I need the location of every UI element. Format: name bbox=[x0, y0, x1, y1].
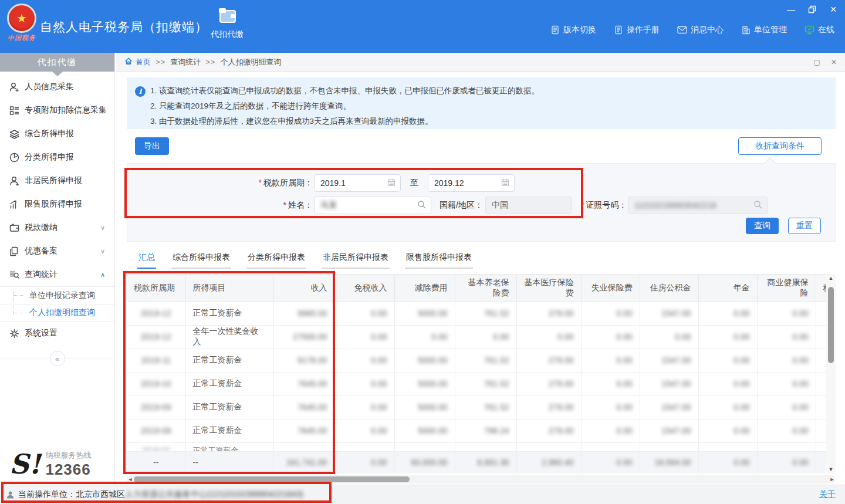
period-label-text: 税款所属期： bbox=[263, 178, 313, 187]
sidebar-item-tax-payment[interactable]: 税款缴纳 ∨ bbox=[0, 216, 114, 239]
table-cell: 2019-12 bbox=[127, 302, 185, 325]
manual-button[interactable]: 操作手册 bbox=[614, 25, 660, 35]
tab-nonresident-income[interactable]: 非居民所得申报表 bbox=[322, 252, 390, 269]
export-button[interactable]: 导出 bbox=[135, 137, 169, 155]
table-cell: 9178.00 bbox=[273, 349, 334, 372]
tab-restricted-shares[interactable]: 限售股所得申报表 bbox=[405, 252, 473, 269]
version-switch-button[interactable]: 版本切换 bbox=[550, 25, 596, 35]
about-link[interactable]: 关于 bbox=[819, 489, 836, 500]
copy-icon bbox=[8, 245, 20, 257]
table-cell: 0.00 bbox=[757, 395, 816, 419]
table-cell: 161,741.00 bbox=[273, 451, 334, 473]
table-cell: 761.52 bbox=[455, 395, 516, 419]
table-header-row: 税款所属期所得项目收入免税收入减除费用基本养老保险费基本医疗保险费失业保险费住房… bbox=[127, 275, 826, 302]
document-icon bbox=[550, 25, 560, 35]
table-cell: 0.00 bbox=[698, 395, 757, 419]
document-icon bbox=[614, 25, 623, 35]
tab-comprehensive-income[interactable]: 综合所得申报表 bbox=[171, 252, 231, 269]
scroll-down-arrow[interactable]: ▼ bbox=[826, 465, 836, 473]
table-cell bbox=[581, 442, 640, 451]
table-cell: 正常工资薪金 bbox=[185, 395, 273, 419]
nationality-label: 国籍/地区： bbox=[440, 200, 483, 211]
sidebar-item-special-deduction[interactable]: 专项附加扣除信息采集 bbox=[0, 99, 114, 122]
table-row: 2019-10正常工资薪金7645.000.005000.00761.52279… bbox=[127, 372, 826, 395]
table-cell: 0.00 bbox=[698, 325, 757, 349]
tab-classified-income[interactable]: 分类所得申报表 bbox=[246, 252, 306, 269]
table-cell: 0.00 bbox=[698, 302, 757, 325]
table-cell: 279.00 bbox=[516, 302, 581, 325]
table-cell: 2019-07 bbox=[127, 442, 185, 451]
name-input[interactable]: 马某 bbox=[314, 197, 431, 214]
breadcrumb-level2: 个人扣缴明细查询 bbox=[220, 57, 281, 67]
sidebar-item-query-statistics[interactable]: 查询统计 ∧ bbox=[0, 263, 114, 286]
page-maximize-icon[interactable]: ▢ bbox=[814, 58, 820, 66]
tab-summary[interactable]: 汇总 bbox=[137, 252, 156, 269]
sidebar-item-nonresident-income[interactable]: 非居民所得申报 bbox=[0, 169, 114, 192]
toolbar-item-label: 消息中心 bbox=[691, 25, 724, 35]
column-header: 基本养老保险费 bbox=[455, 275, 516, 302]
table-cell: 0.00 bbox=[757, 349, 816, 372]
message-center-button[interactable]: 消息中心 bbox=[677, 25, 724, 35]
unit-management-button[interactable]: 单位管理 bbox=[741, 25, 787, 35]
table-cell: 1547.00 bbox=[640, 349, 698, 372]
table-cell bbox=[757, 442, 816, 451]
table-cell: 正常工资薪金 bbox=[185, 372, 273, 395]
table-row: 2019-07正常工资薪金 bbox=[127, 442, 826, 451]
close-button[interactable]: ✕ bbox=[829, 5, 838, 14]
minimize-button[interactable]: — bbox=[786, 5, 796, 14]
sidebar-item-unit-declaration-query[interactable]: 单位申报记录查询 bbox=[0, 287, 114, 304]
horizontal-scroll-thumb[interactable] bbox=[134, 476, 410, 482]
table-total-row: ----161,741.000.0060,000.008,991.362,960… bbox=[127, 451, 826, 473]
column-header: 税款所属期 bbox=[127, 275, 185, 302]
sidebar-item-label: 优惠备案 bbox=[25, 246, 58, 256]
table-cell bbox=[816, 451, 826, 473]
table-cell: 0.00 bbox=[581, 302, 640, 325]
sidebar-item-label: 税款缴纳 bbox=[25, 222, 58, 233]
online-status[interactable]: 在线 bbox=[805, 25, 834, 35]
vertical-scrollbar[interactable]: ▲ ▼ bbox=[826, 274, 836, 473]
sidebar-item-label: 分类所得申报 bbox=[25, 152, 74, 163]
table-cell: 0.00 bbox=[757, 419, 816, 442]
scroll-left-arrow[interactable]: ◄ bbox=[127, 475, 134, 483]
scroll-right-arrow[interactable]: ► bbox=[829, 475, 836, 483]
required-mark: * bbox=[283, 200, 286, 209]
notice-box: i 1. 该查询统计表仅能查询已申报成功的数据，不包含未申报、申报失败，已申报但… bbox=[127, 77, 836, 129]
period-label: *税款所属期： bbox=[127, 178, 313, 188]
reset-button[interactable]: 重置 bbox=[788, 218, 821, 234]
module-tab-withholding[interactable]: 代扣代缴 bbox=[202, 7, 252, 40]
table-cell: 0.00 bbox=[394, 325, 455, 349]
sidebar-collapse-button[interactable]: « bbox=[50, 351, 65, 366]
sidebar-item-personal-withholding-detail-query[interactable]: 个人扣缴明细查询 bbox=[0, 304, 114, 321]
sidebar-item-comprehensive-income[interactable]: 综合所得申报 bbox=[0, 122, 114, 146]
calendar-icon bbox=[387, 178, 396, 188]
period-from-input[interactable]: 2019.1 bbox=[314, 174, 401, 192]
search-icon bbox=[417, 200, 426, 211]
gear-icon bbox=[8, 327, 20, 339]
restore-button[interactable] bbox=[807, 5, 817, 14]
sidebar-item-preferential-filing[interactable]: 优惠备案 ∨ bbox=[0, 239, 114, 263]
sidebar-item-classified-income[interactable]: 分类所得申报 bbox=[0, 146, 114, 169]
toolbar-item-label: 版本切换 bbox=[563, 25, 596, 35]
sidebar-item-label: 查询统计 bbox=[25, 269, 58, 280]
nationality-input: 中国 bbox=[485, 197, 572, 214]
table-row: 2019-12正常工资薪金9985.000.005000.00761.52279… bbox=[127, 302, 826, 325]
sidebar-header-tab[interactable]: 代扣代缴 bbox=[0, 53, 114, 72]
vertical-scroll-thumb[interactable] bbox=[828, 287, 834, 363]
current-unit-label: 当前操作单位：北京市西城区 bbox=[18, 489, 125, 500]
column-header: 所得项目 bbox=[185, 275, 273, 302]
sidebar-item-system-settings[interactable]: 系统设置 bbox=[0, 322, 114, 345]
table-cell: 0.00 bbox=[334, 419, 394, 442]
info-icon: i bbox=[135, 86, 146, 97]
search-button[interactable]: 查询 bbox=[746, 218, 779, 234]
table-cell: 7645.00 bbox=[273, 419, 334, 442]
page-close-icon[interactable]: ✕ bbox=[831, 58, 837, 66]
period-to-input[interactable]: 2019.12 bbox=[428, 174, 515, 192]
sidebar-item-restricted-shares[interactable]: 限售股所得申报 bbox=[0, 192, 114, 216]
toggle-query-conditions-button[interactable]: 收折查询条件 bbox=[738, 137, 822, 155]
horizontal-scrollbar[interactable]: ◄ ► bbox=[127, 475, 836, 483]
sidebar-collapse-divider: « bbox=[0, 358, 114, 358]
scroll-up-arrow[interactable]: ▲ bbox=[826, 274, 836, 282]
sidebar-item-personnel-info[interactable]: 人员信息采集 bbox=[0, 75, 114, 99]
breadcrumb-home-link[interactable]: 首页 bbox=[124, 57, 151, 67]
table-cell: 5000.00 bbox=[394, 372, 455, 395]
